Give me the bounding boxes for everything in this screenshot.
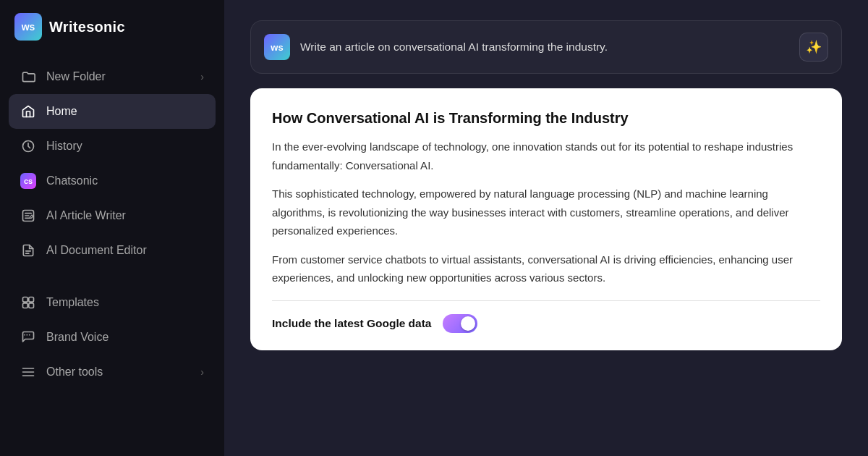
article-paragraph-1: In the ever-evolving landscape of techno… [272,138,820,174]
other-tools-icon [20,364,36,380]
article-card: How Conversational AI is Transforming th… [250,88,842,350]
svg-rect-3 [29,297,34,303]
new-folder-label: New Folder [46,70,190,83]
sidebar-item-other-tools[interactable]: Other tools › [9,355,216,389]
history-icon [20,138,36,154]
svg-rect-4 [23,303,28,308]
sidebar: ws Writesonic New Folder › Home [0,0,224,456]
logo-icon: ws [14,13,42,41]
toggle-knob [461,316,475,331]
svg-rect-5 [29,303,34,308]
magic-button[interactable]: ✨ [799,33,828,62]
sidebar-item-ai-document-editor[interactable]: AI Document Editor [9,233,216,268]
document-editor-icon [20,242,36,258]
sidebar-item-templates[interactable]: Templates [9,285,216,320]
other-tools-label: Other tools [46,366,190,379]
brand-voice-label: Brand Voice [46,331,204,344]
main-content: ws Write an article on conversational AI… [224,0,868,456]
prompt-bar: ws Write an article on conversational AI… [250,20,842,74]
ai-document-editor-label: AI Document Editor [46,244,204,257]
templates-label: Templates [46,296,204,309]
home-icon [20,104,36,119]
google-data-label: Include the latest Google data [272,317,431,330]
sidebar-item-home[interactable]: Home [9,94,216,129]
new-folder-chevron: › [200,71,204,83]
sidebar-item-ai-article-writer[interactable]: AI Article Writer [9,198,216,233]
google-data-row: Include the latest Google data [272,314,820,333]
article-paragraph-2: This sophisticated technology, empowered… [272,185,820,240]
google-data-toggle[interactable] [443,314,477,333]
brand-name: Writesonic [49,19,125,35]
brand-voice-icon [20,329,36,345]
sidebar-item-brand-voice[interactable]: Brand Voice [9,320,216,355]
sidebar-item-history[interactable]: History [9,129,216,164]
logo-area: ws Writesonic [0,0,224,54]
other-tools-chevron: › [200,366,204,378]
folder-icon [20,69,36,85]
sidebar-item-new-folder[interactable]: New Folder › [9,59,216,94]
ai-article-writer-label: AI Article Writer [46,209,204,222]
sidebar-nav: New Folder › Home History [0,54,224,456]
chatsonic-icon: cs [20,173,36,189]
article-paragraph-3: From customer service chatbots to virtua… [272,250,820,287]
history-label: History [46,140,204,153]
sidebar-item-chatsonic[interactable]: cs Chatsonic [9,164,216,198]
article-divider [272,300,820,301]
prompt-text: Write an article on conversational AI tr… [300,41,789,54]
article-title: How Conversational AI is Transforming th… [272,109,820,127]
chatsonic-label: Chatsonic [46,174,204,187]
svg-rect-2 [23,297,28,303]
home-label: Home [46,105,204,118]
prompt-ws-icon: ws [264,34,290,60]
magic-icon: ✨ [806,39,822,55]
article-writer-icon [20,208,36,224]
templates-icon [20,295,36,311]
